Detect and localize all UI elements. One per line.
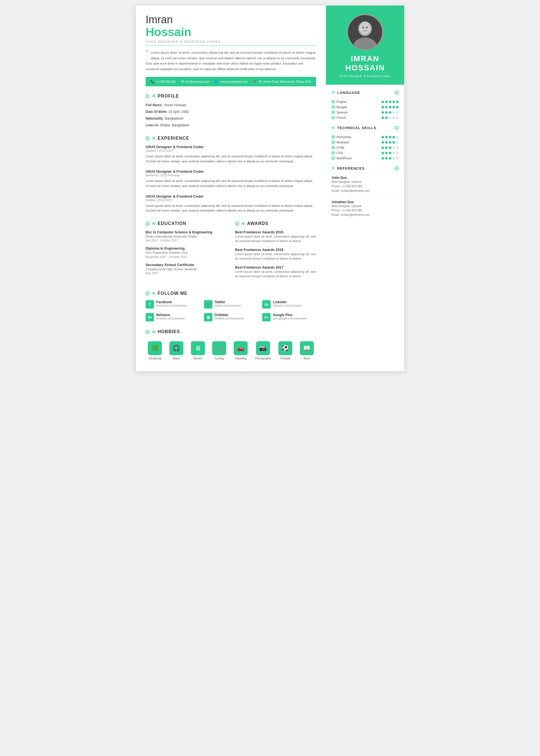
illustrator-dots xyxy=(381,141,399,144)
edu-plus-icon: + xyxy=(146,222,150,225)
phone-text: +1 356 856 666 xyxy=(156,80,176,83)
googleplus-icon: G+ xyxy=(262,313,271,321)
dot xyxy=(389,152,391,154)
dob-label: Date Of Birth: xyxy=(146,110,168,114)
dot xyxy=(385,117,388,119)
awards-header: + ✕ AWARDS xyxy=(235,221,316,226)
exp-desc-1: Lorem ipsum dolor sit amet, consectetur … xyxy=(146,154,316,164)
dot xyxy=(392,111,395,114)
education-header: + ✕ EDUCATION xyxy=(146,221,227,226)
illustrator-label: Illustrator xyxy=(337,141,356,144)
contact-website: 🌐 www.yourwebsite.com xyxy=(214,80,248,83)
exp-title-2: UI/UX Designer & Frontend Coder xyxy=(146,169,316,174)
photography-icon: 📷 xyxy=(256,341,270,355)
edu-entry-1: Bsc In Computer Science & Engineering Dh… xyxy=(146,230,227,242)
googleplus-name: Google Plus xyxy=(273,313,306,317)
behance-url: behance.net/username xyxy=(156,317,185,320)
dot xyxy=(392,141,395,144)
twitter-name: Twitter xyxy=(215,300,241,304)
dot xyxy=(385,157,388,160)
wordpress-label: WordPress xyxy=(337,157,356,160)
lives-label: Lives In: xyxy=(146,123,159,127)
twitter-url: twitter.com/username xyxy=(215,304,241,307)
profile-plus-icon: + xyxy=(146,94,150,98)
follow-header: + ✕ FOLLOW ME xyxy=(146,291,316,296)
html-dots xyxy=(381,147,399,149)
website-text: www.yourwebsite.com xyxy=(220,80,248,83)
bengali-label: Bengali xyxy=(337,105,356,109)
edu-period-2: November 2007 - October 2012 xyxy=(146,255,227,259)
profile-lives: Lives In: Dhaka, Bangladesh xyxy=(146,123,316,128)
english-label: English xyxy=(337,100,356,103)
illustrator-bullet xyxy=(332,141,335,144)
exp-company-2: Behance | 2013-Running xyxy=(146,174,316,177)
dot xyxy=(389,106,391,108)
globe-icon: 🌐 xyxy=(214,80,218,83)
hobby-cycling: 🚲 Cycling xyxy=(212,341,226,360)
dot xyxy=(396,136,399,138)
cycling-label: Cycling xyxy=(215,357,224,360)
dot xyxy=(385,141,388,144)
right-column: IMRAN HOSSAIN Ui/UX Designer & Frontend … xyxy=(326,6,404,371)
svg-point-3 xyxy=(359,22,371,34)
lang-spanish: Spanish xyxy=(332,111,399,114)
hobbies-grid: 🌿 Designing 🎧 Music 🖥 Movies 🚲 Cycling xyxy=(146,338,316,360)
photoshop-label: Photoshop xyxy=(337,135,356,139)
hobby-travelling: 🚗 Travelling xyxy=(234,341,248,360)
profile-header: + ✕ PROFILE xyxy=(146,93,316,99)
dot xyxy=(392,117,395,119)
dot xyxy=(381,136,384,138)
intro-text: " Lorem ipsum dolor sit amet, consectetu… xyxy=(146,50,316,72)
award-entry-3: Best Freelancer Awards 2017 Lorem ipsum … xyxy=(235,266,316,279)
designing-icon: 🌿 xyxy=(148,341,162,355)
technical-skills-title: TECHNICAL SKILLS xyxy=(337,126,376,130)
edu-degree-1: Bsc In Computer Science & Engineering xyxy=(146,230,227,234)
dot xyxy=(385,147,388,149)
facebook-name: Facebook xyxy=(156,300,187,304)
edu-degree-3: Secondary School Certificate xyxy=(146,263,227,267)
dot xyxy=(381,117,384,119)
cycling-icon: 🚲 xyxy=(212,341,226,355)
photoshop-bullet xyxy=(332,135,335,139)
language-section: ✕ LANGUAGE + English xyxy=(332,90,399,119)
dot xyxy=(389,157,391,160)
hobbies-header: + ✕ HOBBIES xyxy=(146,329,316,334)
dot xyxy=(389,117,391,119)
facebook-text: Facebook facebook.com/username xyxy=(156,300,187,307)
exp-company-3: Dribble | 2013-2017 xyxy=(146,198,316,202)
hobbies-x-icon: ✕ xyxy=(152,329,155,334)
awards-section: + ✕ AWARDS Best Freelancer Awards 2015 L… xyxy=(235,221,316,283)
dribbble-icon: ◉ xyxy=(204,313,212,321)
header-name-block: Imran Hossain xyxy=(146,14,316,39)
award-entry-2: Best Freelancer Awards 2016 Lorem ipsum … xyxy=(235,248,316,261)
skill-wordpress: WordPress xyxy=(332,157,399,160)
profile-x-icon: ✕ xyxy=(152,93,155,99)
profile-title: PROFILE xyxy=(158,94,179,99)
dot xyxy=(381,157,384,160)
hobbies-plus-icon: + xyxy=(146,330,150,334)
profile-section: + ✕ PROFILE Full Name : Imran Hossain Da… xyxy=(146,93,316,128)
dot xyxy=(389,136,391,138)
follow-section: + ✕ FOLLOW ME f Facebook facebook.com/us… xyxy=(146,291,316,321)
dot xyxy=(385,111,388,114)
skills-plus-icon: + xyxy=(395,126,399,130)
exp-title-3: UI/UX Designer & Frontend Coder xyxy=(146,194,316,198)
ref-name-1: John Doe xyxy=(332,176,399,180)
css-dots xyxy=(381,152,399,154)
references-header: ✕ REFERENCES + xyxy=(332,166,399,173)
edu-entry-3: Secondary School Certificate Chowdhuryha… xyxy=(146,263,227,275)
subtitle-text: UI/UX DESIGNER & FRONTEND CODER xyxy=(146,40,221,43)
references-title: REFERENCES xyxy=(337,166,365,171)
award-desc-3: Lorem ipsum dolor sit amet, consectetur … xyxy=(235,269,316,279)
lives-value: Dhaka, Bangladesh xyxy=(160,123,190,127)
hobbies-title: HOBBIES xyxy=(158,329,180,334)
dot xyxy=(381,111,384,114)
lang-english: English xyxy=(332,100,399,103)
edu-x-icon: ✕ xyxy=(152,221,155,226)
spanish-bullet xyxy=(332,111,335,114)
social-twitter: 🐦 Twitter twitter.com/username xyxy=(204,300,258,309)
hobby-movies: 🖥 Movies xyxy=(191,341,205,360)
photoshop-dots xyxy=(381,136,399,138)
ref-name-2: Johathan Doe xyxy=(332,200,399,204)
dot xyxy=(381,152,384,154)
